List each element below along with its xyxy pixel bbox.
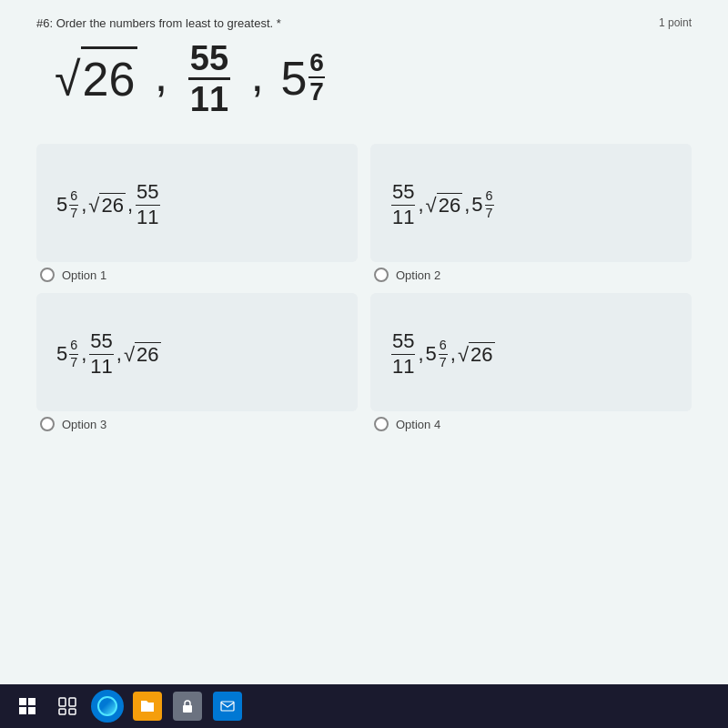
main-math-display: √26 , 55 11 , 5 6 7 (55, 41, 692, 116)
fraction-55-11-display: 55 11 (188, 41, 230, 116)
files-button[interactable] (131, 690, 164, 723)
main-content: #6: Order the numbers from least to grea… (0, 0, 728, 684)
opt3-frac: 55 11 (89, 330, 113, 377)
option-4-card[interactable]: 55 11 , 5 6 7 , √26 (370, 293, 692, 411)
opt1-sqrt: √26 (88, 193, 126, 217)
question-header: #6: Order the numbers from least to grea… (36, 16, 692, 30)
taskview-button[interactable] (51, 690, 84, 723)
option-4-wrapper: 55 11 , 5 6 7 , √26 (370, 293, 692, 431)
opt3-sqrt: √26 (124, 342, 161, 367)
opt1-frac: 55 11 (136, 181, 159, 228)
option-4-label-row[interactable]: Option 4 (374, 417, 692, 431)
option-3-wrapper: 5 6 7 , 55 11 , √26 (36, 293, 358, 431)
svg-rect-7 (69, 709, 76, 714)
options-grid: 5 6 7 , √26 , 55 11 (36, 144, 692, 431)
option-1-label: Option 1 (62, 268, 106, 282)
svg-rect-9 (221, 702, 234, 711)
points-text: 1 point (659, 16, 692, 29)
option-1-card[interactable]: 5 6 7 , √26 , 55 11 (36, 144, 358, 262)
option-4-math: 55 11 , 5 6 7 , √26 (390, 330, 495, 377)
opt1-mixed: 5 6 7 (56, 189, 79, 220)
opt3-mixed: 5 6 7 (56, 339, 79, 369)
option-3-radio[interactable] (40, 417, 55, 431)
option-2-label: Option 2 (396, 268, 440, 282)
svg-rect-8 (183, 705, 192, 713)
svg-rect-0 (19, 698, 26, 705)
option-2-radio[interactable] (374, 268, 389, 282)
opt2-mixed: 5 6 7 (471, 189, 494, 220)
svg-rect-1 (28, 698, 35, 705)
svg-rect-6 (59, 709, 66, 714)
edge-button[interactable] (91, 690, 124, 723)
opt4-sqrt: √26 (458, 342, 495, 367)
option-1-wrapper: 5 6 7 , √26 , 55 11 (36, 144, 358, 282)
sqrt-26-display: √26 (55, 46, 137, 111)
opt4-frac: 55 11 (391, 330, 415, 377)
mail-button[interactable] (211, 690, 244, 723)
taskbar (0, 684, 728, 728)
option-1-label-row[interactable]: Option 1 (40, 268, 358, 282)
svg-rect-2 (19, 707, 26, 714)
option-3-math: 5 6 7 , 55 11 , √26 (56, 330, 161, 377)
option-3-label-row[interactable]: Option 3 (40, 417, 358, 431)
lock-button[interactable] (171, 690, 204, 723)
mixed-5-6-7-display: 5 6 7 (280, 48, 325, 110)
opt2-sqrt: √26 (426, 193, 463, 217)
option-2-math: 55 11 , √26 , 5 6 7 (390, 181, 495, 228)
svg-rect-5 (69, 698, 76, 706)
option-4-label: Option 4 (396, 418, 440, 431)
option-3-label: Option 3 (62, 418, 106, 431)
svg-rect-3 (28, 707, 35, 714)
option-2-wrapper: 55 11 , √26 , 5 6 7 (370, 144, 692, 282)
option-2-label-row[interactable]: Option 2 (374, 268, 692, 282)
opt2-frac: 55 11 (391, 181, 415, 228)
opt4-mixed: 5 6 7 (426, 339, 449, 369)
option-1-radio[interactable] (40, 268, 55, 282)
windows-button[interactable] (11, 690, 44, 723)
svg-rect-4 (59, 698, 66, 706)
option-1-math: 5 6 7 , √26 , 55 11 (56, 181, 161, 228)
question-text: #6: Order the numbers from least to grea… (36, 16, 281, 30)
option-2-card[interactable]: 55 11 , √26 , 5 6 7 (370, 144, 692, 262)
option-4-radio[interactable] (374, 417, 389, 431)
option-3-card[interactable]: 5 6 7 , 55 11 , √26 (36, 293, 358, 411)
